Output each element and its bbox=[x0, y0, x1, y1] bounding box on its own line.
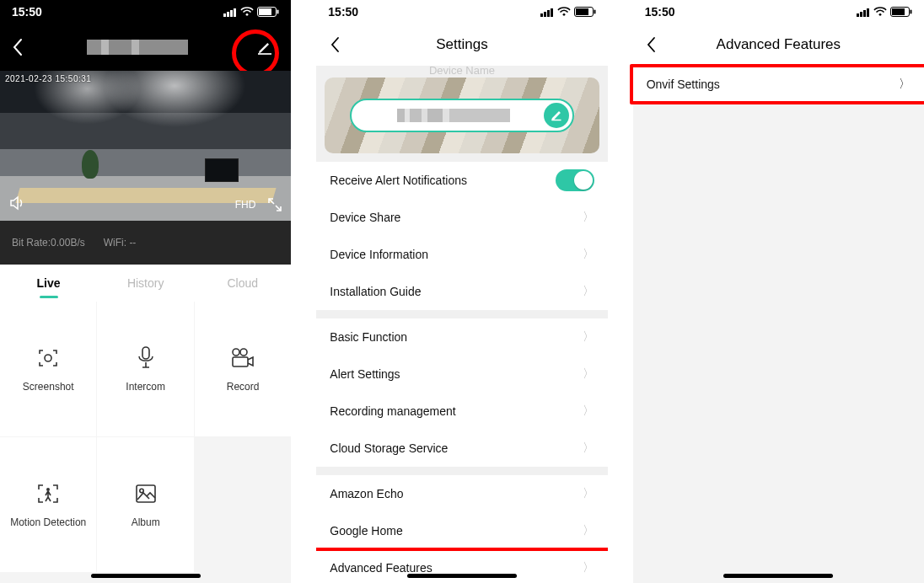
svg-point-4 bbox=[246, 13, 249, 16]
row-label: Advanced Features bbox=[330, 561, 432, 575]
svg-rect-2 bbox=[230, 10, 233, 17]
action-album[interactable]: Album bbox=[97, 437, 193, 572]
highlight-edit-circle bbox=[232, 29, 279, 77]
chevron-right-icon: 〉 bbox=[583, 366, 594, 382]
row-cloud-storage[interactable]: Cloud Storage Service 〉 bbox=[316, 430, 607, 467]
row-label: Basic Function bbox=[330, 330, 407, 344]
action-grid: Screenshot Intercom Record Motion Detect… bbox=[0, 302, 291, 583]
status-time: 15:50 bbox=[328, 5, 358, 19]
advanced-list[interactable]: Onvif Settings 〉 bbox=[633, 66, 924, 583]
back-button[interactable] bbox=[640, 33, 663, 56]
action-motion-detection[interactable]: Motion Detection bbox=[0, 437, 96, 572]
wifi-label: WiFi: -- bbox=[104, 237, 137, 249]
chevron-right-icon: 〉 bbox=[583, 560, 594, 575]
settings-list[interactable]: Device Name Receive Alert Notifications … bbox=[316, 66, 607, 583]
row-basic-function[interactable]: Basic Function 〉 bbox=[316, 318, 607, 356]
action-record[interactable]: Record bbox=[195, 302, 291, 436]
battery-icon bbox=[574, 7, 596, 17]
svg-rect-24 bbox=[857, 13, 859, 17]
row-label: Recording management bbox=[330, 404, 455, 418]
cellular-icon bbox=[857, 8, 870, 17]
home-indicator[interactable] bbox=[91, 574, 201, 578]
battery-icon bbox=[890, 7, 912, 17]
svg-point-15 bbox=[139, 489, 142, 492]
home-indicator[interactable] bbox=[723, 574, 833, 578]
camera-top-bar bbox=[0, 24, 291, 71]
tab-cloud[interactable]: Cloud bbox=[194, 265, 291, 302]
row-label: Google Home bbox=[330, 524, 402, 538]
chevron-right-icon: 〉 bbox=[583, 486, 594, 501]
device-name-field[interactable] bbox=[350, 99, 575, 132]
page-title: Settings bbox=[436, 36, 487, 53]
row-alert-notifications[interactable]: Receive Alert Notifications bbox=[316, 162, 607, 199]
edit-button[interactable] bbox=[250, 33, 279, 62]
chevron-right-icon: 〉 bbox=[583, 329, 594, 345]
resolution-label[interactable]: FHD bbox=[235, 199, 256, 211]
pencil-icon bbox=[550, 109, 563, 122]
svg-rect-18 bbox=[547, 10, 550, 17]
screen-settings: 15:50 Settings Device Name bbox=[316, 0, 607, 583]
row-device-information[interactable]: Device Information 〉 bbox=[316, 236, 607, 273]
svg-point-20 bbox=[562, 13, 565, 16]
row-google-home[interactable]: Google Home 〉 bbox=[316, 512, 607, 549]
action-screenshot[interactable]: Screenshot bbox=[0, 302, 96, 436]
row-onvif-settings[interactable]: Onvif Settings 〉 bbox=[633, 66, 924, 103]
svg-rect-9 bbox=[142, 347, 149, 359]
chevron-left-icon bbox=[646, 36, 657, 53]
chevron-right-icon: 〉 bbox=[583, 247, 594, 262]
row-label: Receive Alert Notifications bbox=[330, 174, 467, 187]
tab-live[interactable]: Live bbox=[0, 265, 97, 302]
row-recording-management[interactable]: Recording management 〉 bbox=[316, 393, 607, 430]
row-amazon-echo[interactable]: Amazon Echo 〉 bbox=[316, 475, 607, 512]
device-name-value bbox=[397, 109, 511, 122]
action-label: Motion Detection bbox=[10, 516, 86, 528]
chevron-right-icon: 〉 bbox=[583, 523, 594, 538]
row-label: Alert Settings bbox=[330, 367, 400, 381]
svg-rect-3 bbox=[234, 8, 236, 17]
chevron-right-icon: 〉 bbox=[583, 284, 594, 299]
device-name-hint: Device Name bbox=[316, 66, 607, 78]
svg-rect-31 bbox=[910, 10, 911, 14]
action-intercom[interactable]: Intercom bbox=[97, 302, 193, 436]
fullscreen-button[interactable] bbox=[267, 197, 282, 212]
record-icon bbox=[230, 345, 255, 371]
chevron-left-icon bbox=[330, 36, 341, 53]
speaker-icon bbox=[8, 194, 27, 212]
back-button[interactable] bbox=[323, 33, 346, 56]
chevron-right-icon: 〉 bbox=[899, 77, 911, 92]
motion-icon bbox=[35, 481, 61, 506]
svg-point-8 bbox=[45, 355, 51, 361]
status-bar: 15:50 bbox=[0, 0, 291, 24]
row-installation-guide[interactable]: Installation Guide 〉 bbox=[316, 273, 607, 310]
status-bar: 15:50 bbox=[633, 0, 924, 24]
alerts-toggle[interactable] bbox=[556, 169, 594, 191]
action-label: Album bbox=[132, 516, 160, 528]
tab-history[interactable]: History bbox=[97, 265, 194, 302]
row-device-share[interactable]: Device Share 〉 bbox=[316, 199, 607, 236]
row-alert-settings[interactable]: Alert Settings 〉 bbox=[316, 356, 607, 393]
svg-rect-25 bbox=[860, 12, 862, 17]
row-label: Amazon Echo bbox=[330, 487, 403, 500]
back-button[interactable] bbox=[12, 38, 24, 56]
row-label: Onvif Settings bbox=[647, 78, 720, 91]
action-label: Intercom bbox=[126, 381, 165, 393]
svg-point-13 bbox=[46, 488, 50, 491]
audio-toggle[interactable] bbox=[8, 194, 27, 212]
chevron-right-icon: 〉 bbox=[583, 210, 594, 225]
album-icon bbox=[133, 481, 158, 506]
edit-name-button[interactable] bbox=[544, 103, 569, 128]
svg-rect-22 bbox=[576, 8, 588, 15]
svg-point-11 bbox=[240, 349, 247, 356]
camera-title bbox=[87, 40, 188, 55]
row-label: Device Share bbox=[330, 211, 400, 224]
camera-live-feed[interactable]: 2021-02-23 15:50:31 FHD bbox=[0, 71, 291, 221]
feed-info-bar: Bit Rate:0.00B/s WiFi: -- bbox=[0, 221, 291, 265]
screenshot-icon bbox=[35, 345, 61, 371]
row-advanced-features[interactable]: Advanced Features 〉 bbox=[316, 549, 607, 583]
svg-rect-19 bbox=[551, 8, 553, 17]
wifi-icon bbox=[873, 7, 887, 17]
home-indicator[interactable] bbox=[407, 574, 517, 578]
svg-rect-12 bbox=[233, 357, 248, 366]
advanced-navbar: Advanced Features bbox=[633, 24, 924, 66]
svg-rect-27 bbox=[867, 8, 869, 17]
